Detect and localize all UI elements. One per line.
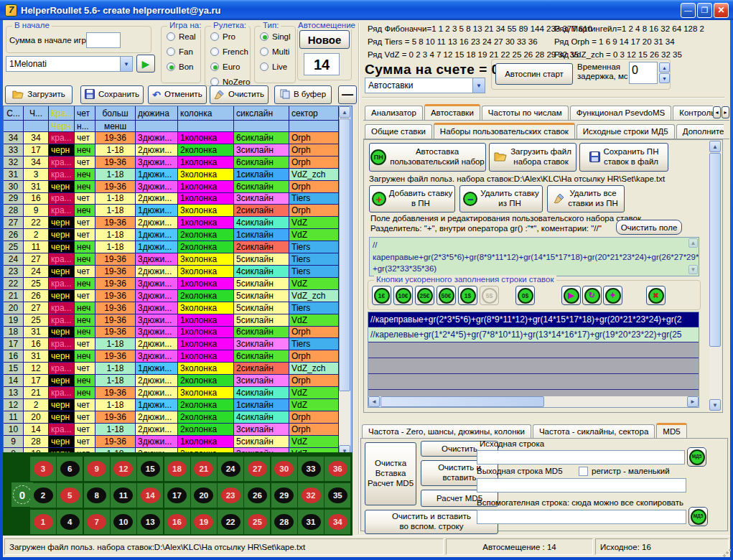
board-cell-36[interactable]: 36 [325,457,350,481]
board-cell-24[interactable]: 24 [218,457,243,481]
clear-row-button[interactable]: ✖ [646,286,666,305]
board-cell-19[interactable]: 19 [191,510,217,534]
board-cell-29[interactable]: 29 [271,483,297,508]
scroll-up-icon[interactable]: ▲ [709,141,721,152]
floppy-button[interactable]: Сохранить [80,85,144,104]
chevron-down-icon[interactable]: ▼ [472,78,485,93]
chip-25eur-button[interactable]: 25€ [415,286,434,305]
list-scroll-thumb[interactable] [380,396,544,407]
md5-source-input[interactable] [477,450,685,465]
edit-scroll-up-icon[interactable]: ▲ [688,238,698,248]
radio-live[interactable]: Live [260,61,295,72]
chip-10eur-button[interactable]: 10€ [393,286,413,305]
open-folder-button[interactable]: Загрузить [5,85,73,104]
tab-freq-sixlines-sectors[interactable]: Частота - сиклайны, сектора [533,424,655,439]
start-sum-input[interactable] [86,32,121,48]
board-cell-12[interactable]: 12 [111,457,136,481]
board-cell-14[interactable]: 14 [137,483,163,508]
minimize-icon[interactable]: — [681,3,696,18]
load-set-file-button[interactable]: Загрузить файлнабора ставок [489,143,576,172]
chip-0usd-button[interactable]: 0$ [515,286,535,305]
scroll-right-icon[interactable]: ► [687,396,699,407]
board-cell-23[interactable]: 23 [218,483,243,508]
preset-combo[interactable]: 1Melonati ▼ [6,56,133,72]
scroll-down-icon[interactable]: ▼ [709,399,721,411]
run-preset-button[interactable]: ▶ [136,55,155,73]
bet-edit-area[interactable]: //кареправые+gr(2*3*5*6)+gr(8*9*11*12)+g… [369,237,699,276]
chip-50eur-button[interactable]: 50€ [436,286,456,305]
delete-bet-button[interactable]: − Удалить ставкуиз ПН [459,185,543,213]
radio-euro[interactable]: Euro [210,61,250,72]
tab-common-bets[interactable]: Общие ставки [365,124,432,139]
save-set-file-button[interactable]: Сохранить ПНставок в файл [579,143,668,172]
board-cell-35[interactable]: 35 [325,483,350,508]
chip-1eur-button[interactable]: 1€ [372,286,391,305]
chip-1usd-button[interactable]: 1$ [458,286,477,305]
board-cell-30[interactable]: 30 [271,457,297,481]
board-cell-3[interactable]: 3 [30,457,56,481]
tab-freq-zero-chances[interactable]: Частота - Zero, шансы, дюжины, колонки [362,424,531,439]
radio-bon[interactable]: Bon [167,61,200,72]
list-hscrollbar[interactable]: ◄ ► [368,396,699,407]
brush-button[interactable]: Очистить [210,85,269,104]
board-cell-20[interactable]: 20 [191,483,217,508]
new-offset-button[interactable]: Новое [299,30,350,49]
board-cell-31[interactable]: 31 [298,510,324,534]
board-cell-15[interactable]: 15 [137,457,163,481]
tab-analyzer[interactable]: Анализатор [365,106,423,120]
radio-multi[interactable]: Multi [260,46,295,57]
board-cell-4[interactable]: 4 [57,510,83,534]
board-cell-7[interactable]: 7 [84,510,110,534]
md5-output-input[interactable] [477,478,686,493]
md5-run-source-button[interactable]: МД5 [687,447,706,467]
edit-scroll-down-icon[interactable]: ▼ [688,265,698,274]
board-cell-10[interactable]: 10 [111,510,136,534]
board-cell-25[interactable]: 25 [244,510,270,534]
board-cell-9[interactable]: 9 [84,457,110,481]
radio-real[interactable]: Real [167,31,200,42]
board-cell-17[interactable]: 17 [164,483,190,508]
undo-button[interactable]: ↶Отменить [148,85,207,104]
board-cell-33[interactable]: 33 [298,457,324,481]
clear-field-button[interactable]: Очистить поле [616,220,682,235]
repeat-fill-button[interactable]: ↻ [582,286,602,305]
tab-user-bet-sets[interactable]: Наборы пользовательских ставок [434,123,575,139]
board-cell-1[interactable]: 1 [30,510,56,534]
play-fill-button[interactable]: ▶ [561,286,581,305]
tabs-scroll-right-icon[interactable]: ► [722,106,729,118]
radio-pro[interactable]: Pro [210,31,250,42]
board-cell-27[interactable]: 27 [244,457,270,481]
tab-additional[interactable]: Дополнитель [676,124,724,139]
board-cell-6[interactable]: 6 [57,457,83,481]
scroll-up-icon[interactable]: ▲ [339,106,350,118]
table-scrollbar[interactable]: ▲ ▼ [339,106,350,457]
md5-run-aux-button[interactable]: МД5 [688,507,708,526]
board-cell-21[interactable]: 21 [191,457,217,481]
delay-input[interactable]: 0 [629,62,658,84]
table-scroll-thumb[interactable] [339,118,350,391]
tab-bankroll-control[interactable]: Контроль банкро [673,106,713,120]
panel-scrollbar[interactable]: ▲ ▼ [709,141,721,411]
board-cell-8[interactable]: 8 [84,483,110,508]
board-cell-11[interactable]: 11 [111,483,136,508]
md5-aux-input[interactable] [477,510,686,524]
maximize-icon[interactable]: ❐ [697,3,712,18]
board-cell-22[interactable]: 22 [218,510,243,534]
close-icon[interactable]: ✕ [714,3,729,18]
tab-psevdoms[interactable]: Функционал PsevdoMS [570,106,672,120]
radio-french[interactable]: French [210,46,250,57]
list-item[interactable]: //карелевые+gr(1*2*4*5)+gr(7*8*10*11)+gr… [368,327,699,342]
list-item[interactable]: //кареправые+gr(2*3*5*6)+gr(8*9*11*12)+g… [368,312,699,327]
panel-scroll-thumb[interactable] [709,153,721,347]
lowercase-checkbox[interactable] [579,467,588,476]
delete-all-bets-button[interactable]: Удалить всеставки из ПН [547,185,625,213]
panel-splitter[interactable] [358,23,360,534]
spinner-up-icon[interactable]: ▲ [659,62,670,73]
add-bet-button[interactable]: + Добавить ставкув ПН [369,185,455,213]
radio-singl[interactable]: Singl [260,31,295,42]
chevron-down-icon[interactable]: ▼ [120,57,132,71]
board-cell-18[interactable]: 18 [164,457,190,481]
md5-master-button[interactable]: ОчисткаВставкаРасчет MD5 [365,442,416,505]
spinner-down-icon[interactable]: ▼ [659,73,670,83]
board-cell-5[interactable]: 5 [57,483,83,508]
